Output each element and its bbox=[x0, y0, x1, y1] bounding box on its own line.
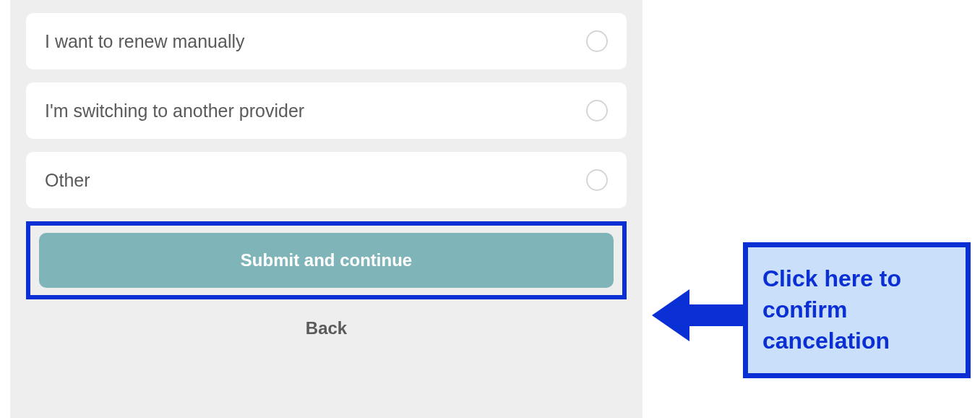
cancellation-panel: I want to renew manually I'm switching t… bbox=[10, 0, 642, 418]
option-other[interactable]: Other bbox=[26, 152, 627, 208]
radio-icon bbox=[586, 169, 608, 191]
callout-text: Click here to confirm cancelation bbox=[762, 263, 951, 357]
option-label: I want to renew manually bbox=[45, 31, 245, 52]
option-label: Other bbox=[45, 170, 90, 191]
submit-button[interactable]: Submit and continue bbox=[39, 233, 614, 288]
radio-icon bbox=[586, 30, 608, 52]
arrow-left-icon bbox=[652, 289, 746, 341]
callout-annotation: Click here to confirm cancelation bbox=[743, 242, 971, 378]
option-label: I'm switching to another provider bbox=[45, 101, 304, 121]
back-button[interactable]: Back bbox=[26, 304, 627, 353]
option-switching-provider[interactable]: I'm switching to another provider bbox=[26, 82, 627, 139]
submit-highlight-box: Submit and continue bbox=[26, 221, 627, 299]
radio-icon bbox=[586, 100, 608, 121]
option-renew-manually[interactable]: I want to renew manually bbox=[26, 13, 627, 69]
